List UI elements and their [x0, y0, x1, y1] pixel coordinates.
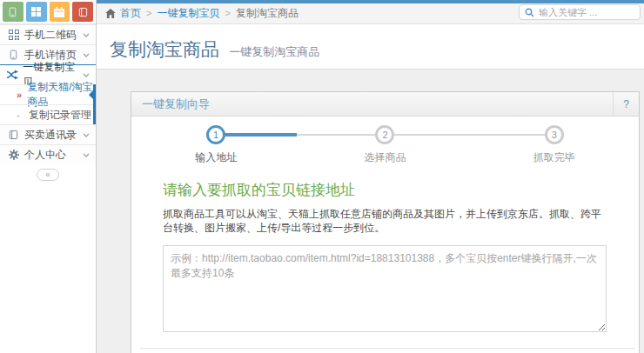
sidebar-item-label: 个人中心 [24, 148, 66, 163]
wizard-step-3: 3 抓取完毕 [470, 125, 639, 165]
search-box [519, 4, 641, 20]
quick-launch-bar [0, 0, 96, 24]
submenu-item-label: 复制记录管理 [29, 108, 91, 123]
book-icon [78, 7, 88, 17]
sidebar-submenu: » 复制天猫/淘宝商品 - 复制记录管理 [0, 84, 96, 124]
wizard-panel-title: 一键复制向导 [142, 97, 210, 112]
sidebar-item-label: 手机二维码 [24, 28, 77, 43]
page-header: 复制淘宝商品 一键复制淘宝商品 [97, 24, 644, 70]
search-icon [525, 8, 534, 17]
item-url-textarea[interactable] [163, 245, 607, 332]
breadcrumb-one-key-copy-link[interactable]: 一键复制宝贝 [157, 6, 219, 21]
chevron-down-icon [83, 33, 90, 37]
wizard-actions: ‹ 上一步下一步 › [140, 348, 635, 353]
gear-icon [7, 150, 20, 160]
section-heading: 请输入要抓取的宝贝链接地址 [163, 180, 607, 200]
step-label: 选择商品 [364, 150, 406, 165]
submenu-marker: » [17, 90, 22, 100]
step-label: 输入地址 [195, 150, 237, 165]
wizard-step-2: 2 选择商品 [300, 125, 469, 165]
collapse-icon: « [45, 170, 50, 179]
sidebar-item-qrcode[interactable]: 手机二维码 [0, 24, 96, 44]
quick-calendar-button[interactable] [50, 2, 70, 22]
wizard-step-content: 请输入要抓取的宝贝链接地址 抓取商品工具可以从淘宝、天猫上抓取任意店铺的商品及其… [131, 180, 639, 332]
breadcrumb-home-link[interactable]: 首页 [120, 6, 141, 21]
breadcrumb-separator: > [146, 8, 151, 18]
book-icon [7, 130, 20, 140]
page-subtitle: 一键复制淘宝商品 [229, 45, 319, 58]
content-canvas: 一键复制向导 ? 1 输入地址 2 选择商品 [97, 70, 644, 353]
section-description: 抓取商品工具可以从淘宝、天猫上抓取任意店铺的商品及其图片，并上传到京东店。抓取、… [163, 208, 607, 235]
sidebar-item-label: 买卖通讯录 [24, 128, 77, 143]
step-circle: 1 [206, 125, 225, 144]
wizard-panel: 一键复制向导 ? 1 输入地址 2 选择商品 [131, 91, 640, 353]
breadcrumb-current: 复制淘宝商品 [236, 6, 299, 21]
wizard-panel-header: 一键复制向导 ? [131, 92, 639, 117]
quick-grid-button[interactable] [26, 2, 47, 22]
breadcrumb-separator: > [225, 8, 230, 18]
sidebar-item-contacts[interactable]: 买卖通讯录 [0, 124, 96, 144]
quick-book-button[interactable] [72, 2, 93, 22]
chevron-down-icon [83, 73, 90, 77]
wizard-steps: 1 输入地址 2 选择商品 3 抓取完毕 [131, 117, 639, 170]
page-title: 复制淘宝商品 [110, 39, 219, 59]
shuffle-icon [7, 70, 18, 80]
sidebar-item-personal-center[interactable]: 个人中心 [0, 144, 96, 164]
sidebar: 手机二维码 手机详情页 一键复制宝贝 » [0, 0, 97, 353]
submenu-item-copy-tmall-taobao[interactable]: » 复制天猫/淘宝商品 [0, 84, 93, 104]
chevron-down-icon [83, 153, 90, 157]
phone-icon [7, 50, 20, 60]
search-input[interactable] [539, 7, 634, 17]
calendar-icon [54, 7, 64, 17]
step-label: 抓取完毕 [533, 150, 575, 165]
chevron-down-icon [83, 53, 90, 57]
qrcode-icon [7, 30, 20, 40]
question-icon: ? [623, 98, 629, 110]
step-circle: 2 [375, 125, 394, 144]
home-icon[interactable] [105, 9, 116, 18]
step-circle: 3 [545, 125, 564, 144]
top-bar: 首页 > 一键复制宝贝 > 复制淘宝商品 [97, 0, 644, 24]
submenu-item-copy-records[interactable]: - 复制记录管理 [0, 104, 93, 124]
submenu-marker: - [17, 110, 23, 120]
sidebar-collapse-toggle[interactable]: « [37, 169, 59, 181]
grid-icon [31, 7, 41, 17]
quick-phone-button[interactable] [3, 2, 23, 22]
app-root: 手机二维码 手机详情页 一键复制宝贝 » [0, 0, 644, 353]
help-button[interactable]: ? [613, 92, 639, 116]
wizard-step-1: 1 输入地址 [131, 125, 300, 165]
phone-icon [9, 7, 17, 17]
chevron-down-icon [83, 133, 90, 137]
